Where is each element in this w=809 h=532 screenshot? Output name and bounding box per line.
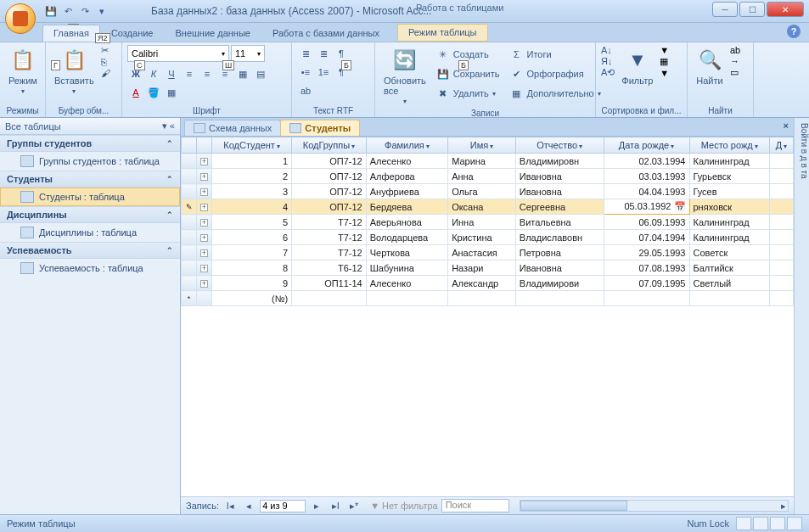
cell-group[interactable]: Т6-12 [292, 260, 367, 276]
align-left-button[interactable]: ≡ [181, 65, 198, 82]
decrease-indent-icon[interactable]: ≣ [297, 45, 314, 62]
row-selector[interactable] [182, 260, 197, 276]
delete-record-button[interactable]: ✖Удалить ▾ [433, 84, 503, 103]
nav-item[interactable]: Успеваемость : таблица [0, 259, 180, 277]
filter-button[interactable]: ▼Фильтр [618, 45, 656, 87]
cell-id[interactable]: 5 [212, 215, 292, 230]
highlight-icon[interactable]: ab [297, 82, 314, 99]
cell-patronymic[interactable]: Ивановна [515, 184, 604, 199]
cell-extra[interactable] [769, 230, 793, 245]
minimize-button[interactable]: ─ [712, 2, 738, 17]
expand-row-button[interactable]: + [197, 215, 212, 230]
fill-color-button[interactable]: 🪣 [145, 84, 162, 101]
cell-surname[interactable]: Володарцева [366, 230, 447, 245]
cell-id[interactable]: 6 [212, 230, 292, 245]
cell-place[interactable]: Светлый [689, 276, 769, 291]
align-center-button[interactable]: ≡ [199, 65, 216, 82]
row-selector[interactable] [182, 154, 197, 169]
new-record-nav-button[interactable]: ▸* [346, 501, 362, 512]
cell-patronymic[interactable]: Ивановна [515, 169, 604, 184]
cell-date[interactable]: 05.03.1992 📅 [604, 199, 689, 215]
font-color-button[interactable]: A [127, 84, 144, 101]
cell-extra[interactable] [769, 215, 793, 230]
column-dropdown-icon[interactable]: ▾ [490, 143, 493, 150]
cell-group[interactable]: ОП7-12 [292, 184, 367, 199]
scrollbar-thumb[interactable] [520, 501, 627, 511]
paste-button[interactable]: 📋Вставить▾ [51, 45, 98, 97]
row-selector[interactable] [182, 276, 197, 291]
column-dropdown-icon[interactable]: ▾ [351, 143, 355, 150]
cell-place[interactable]: Гурьевск [689, 169, 769, 184]
underline-button[interactable]: Ч [163, 65, 180, 82]
cell-extra[interactable] [769, 154, 793, 169]
cell-name[interactable]: Анна [448, 169, 516, 184]
cell-extra[interactable] [769, 169, 793, 184]
cell-patronymic[interactable]: Сергеевна [515, 199, 604, 215]
column-dropdown-icon[interactable]: ▾ [426, 143, 430, 150]
expand-row-button[interactable]: + [197, 276, 212, 291]
cell-extra[interactable] [769, 276, 793, 291]
prev-record-button[interactable]: ◂ [241, 501, 256, 512]
cell-extra[interactable] [769, 199, 793, 215]
cell-id[interactable]: 2 [212, 169, 292, 184]
cell-date[interactable]: 29.05.1993 [604, 245, 689, 260]
alt-row-color-button[interactable]: ▤ [252, 65, 269, 82]
close-doc-button[interactable]: × [784, 120, 789, 131]
expand-row-button[interactable]: + [197, 154, 212, 169]
nav-pane-header[interactable]: Все таблицы ▾ « [0, 118, 180, 135]
cell-name[interactable]: Ольга [448, 184, 516, 199]
date-picker-icon[interactable]: 📅 [674, 201, 686, 211]
totals-button[interactable]: ΣИтоги [506, 45, 604, 64]
column-dropdown-icon[interactable]: ▾ [277, 143, 280, 150]
cell-place[interactable]: Калининград [689, 154, 769, 169]
cell-surname[interactable]: Аверьянова [366, 215, 447, 230]
expand-row-button[interactable]: + [197, 260, 212, 276]
column-header[interactable]: Имя▾ [448, 137, 516, 154]
format-painter-icon[interactable]: 🖌 [101, 68, 110, 78]
undo-icon[interactable]: ↶ [61, 4, 75, 18]
nav-item[interactable]: Дисциплины : таблица [0, 223, 180, 242]
font-name-combo[interactable]: Calibri▾ [127, 45, 229, 62]
cell-date[interactable]: 07.08.1993 [604, 260, 689, 276]
column-header[interactable]: Отчество▾ [515, 137, 604, 154]
expand-row-button[interactable]: + [197, 230, 212, 245]
redo-icon[interactable]: ↷ [78, 4, 92, 18]
column-dropdown-icon[interactable]: ▾ [784, 143, 787, 150]
cell-surname[interactable]: Алесенко [366, 276, 447, 291]
column-header[interactable]: Фамилия▾ [366, 137, 447, 154]
cell-group[interactable]: Т7-12 [292, 215, 367, 230]
cell-surname[interactable]: Черткова [366, 245, 447, 260]
select-all-corner[interactable] [182, 137, 197, 154]
cell-group[interactable]: ОП7-12 [292, 169, 367, 184]
numbering-icon[interactable]: 1≡ [315, 64, 332, 81]
row-selector[interactable]: ✎ [182, 199, 197, 215]
nav-group-header[interactable]: Группы студентов⌃ [0, 135, 180, 152]
spelling-button[interactable]: ✔Орфография [506, 64, 604, 83]
tab-datasheet[interactable]: Режим таблицы [397, 24, 488, 42]
replace-icon[interactable]: ab [730, 45, 740, 55]
datasheet-view-shortcut[interactable] [736, 517, 751, 530]
goto-icon[interactable]: → [730, 56, 740, 66]
find-button[interactable]: 🔍Найти [693, 45, 727, 87]
more-button[interactable]: ▦Дополнительно ▾ [506, 84, 604, 103]
cell-group[interactable]: ОП11-14 [292, 276, 367, 291]
cell-place[interactable]: Калининград [689, 215, 769, 230]
cell-place[interactable]: Гусев [689, 184, 769, 199]
clear-sort-icon[interactable]: A⟲ [601, 67, 615, 78]
row-selector[interactable] [182, 245, 197, 260]
row-selector[interactable] [182, 184, 197, 199]
cell-patronymic[interactable]: Владиславовн [515, 230, 604, 245]
record-position-input[interactable] [260, 500, 306, 512]
cell-date[interactable]: 07.04.1994 [604, 230, 689, 245]
nav-group-header[interactable]: Студенты⌃ [0, 171, 180, 188]
cell-patronymic[interactable]: Петровна [515, 245, 604, 260]
cell-id[interactable]: (№) [212, 291, 292, 306]
cell-extra[interactable] [769, 184, 793, 199]
cell-id[interactable]: 1 [212, 154, 292, 169]
cell-name[interactable]: Александр [448, 276, 516, 291]
last-record-button[interactable]: ▸I [328, 501, 343, 512]
italic-button[interactable]: К [145, 65, 162, 82]
bullets-icon[interactable]: •≡ [297, 64, 314, 81]
row-selector[interactable] [182, 215, 197, 230]
gridlines-button[interactable]: ▦ [234, 65, 251, 82]
